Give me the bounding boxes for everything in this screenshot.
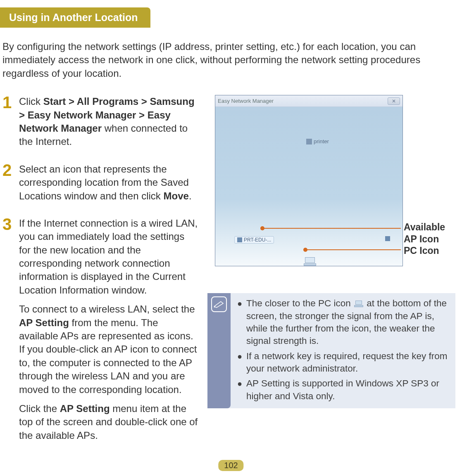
- printer-text: printer: [314, 138, 329, 144]
- section-title: Using in Another Location: [9, 12, 138, 23]
- step-body: Click Start > All Programs > Samsung > E…: [19, 95, 198, 149]
- step-3: 3 If the Internet connection is a wired …: [2, 217, 198, 448]
- note-box: ● The closer to the PC icon at the botto…: [207, 293, 455, 408]
- ap-chip[interactable]: PRT-EDU-...: [234, 236, 274, 244]
- page-number: 102: [218, 460, 243, 471]
- step-number: 1: [2, 95, 19, 149]
- figure-column: Easy Network Manager ✕ printer PRT-EDU-.…: [198, 95, 455, 462]
- step-number: 3: [2, 217, 19, 448]
- note-text-2: If a network key is required, request th…: [246, 350, 451, 375]
- pc-icon-inline: [354, 301, 363, 307]
- ap-chip-label: PRT-EDU-...: [244, 237, 271, 243]
- page-number-text: 102: [224, 461, 238, 470]
- step-body: Select an icon that represents the corre…: [19, 163, 198, 203]
- pencil-icon: [214, 301, 224, 308]
- window-body: printer PRT-EDU-...: [215, 107, 402, 266]
- ap-chip-right[interactable]: [385, 236, 390, 241]
- callout-text-pc: PC Icon: [404, 245, 439, 256]
- callout-line-pc: [305, 249, 401, 250]
- window-title: Easy Network Manager: [218, 98, 274, 104]
- callout-label-pc: PC Icon: [404, 245, 439, 257]
- intro-text: By configuring the network settings (IP …: [2, 41, 420, 79]
- note-text-3: AP Setting is supported in Windows XP SP…: [246, 377, 451, 403]
- section-header: Using in Another Location: [0, 7, 150, 28]
- ap-icon: [237, 237, 242, 242]
- content-row: 1 Click Start > All Programs > Samsung >…: [0, 95, 462, 462]
- note-text-1: The closer to the PC icon at the bottom …: [246, 297, 451, 348]
- step-3-para-1: If the Internet connection is a wired LA…: [19, 217, 198, 297]
- note-icon-column: [207, 293, 231, 408]
- note-item-2: ● If a network key is required, request …: [237, 350, 451, 375]
- bullet-icon: ●: [237, 351, 242, 375]
- step-3-para-2: To connect to a wireless LAN, select the…: [19, 303, 198, 396]
- ap-chip-box[interactable]: PRT-EDU-...: [234, 236, 274, 244]
- callout-text-ap: Available AP Icon: [404, 222, 445, 244]
- step-body: If the Internet connection is a wired LA…: [19, 217, 198, 448]
- easy-network-manager-window: Easy Network Manager ✕ printer PRT-EDU-.…: [215, 95, 403, 266]
- close-icon[interactable]: ✕: [388, 97, 400, 105]
- callout-label-ap: Available AP Icon: [404, 221, 455, 245]
- bullet-icon: ●: [237, 298, 242, 348]
- ap-icon: [385, 236, 390, 241]
- window-titlebar: Easy Network Manager ✕: [215, 95, 402, 107]
- step-number: 2: [2, 163, 19, 203]
- note-item-1: ● The closer to the PC icon at the botto…: [237, 297, 451, 348]
- bullet-icon: ●: [237, 378, 242, 403]
- callout-line-ap: [262, 228, 401, 229]
- note-icon: [211, 296, 227, 312]
- step-1: 1 Click Start > All Programs > Samsung >…: [2, 95, 198, 149]
- printer-label: printer: [306, 138, 329, 144]
- printer-icon: [306, 139, 312, 144]
- note-body: ● The closer to the PC icon at the botto…: [231, 293, 455, 408]
- steps-column: 1 Click Start > All Programs > Samsung >…: [0, 95, 198, 462]
- note-item-3: ● AP Setting is supported in Windows XP …: [237, 377, 451, 403]
- intro-paragraph: By configuring the network settings (IP …: [2, 40, 460, 80]
- step-2: 2 Select an icon that represents the cor…: [2, 163, 198, 203]
- step-3-para-3: Click the AP Setting menu item at the to…: [19, 402, 198, 442]
- pc-icon: [304, 257, 316, 266]
